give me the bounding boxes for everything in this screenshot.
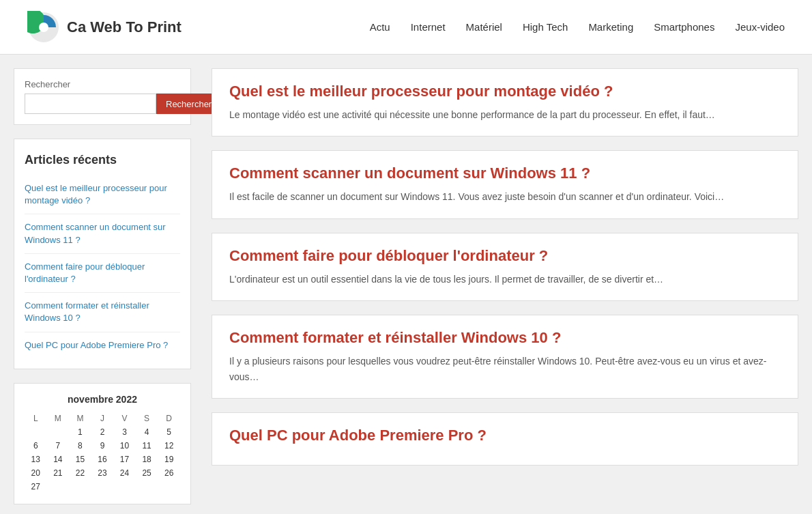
- calendar-day: [158, 480, 180, 494]
- calendar-day-header: V: [113, 412, 136, 425]
- recent-article-item: Quel PC pour Adobe Premiere Pro ?: [25, 332, 180, 358]
- recent-article-link[interactable]: Comment formater et réinstaller Windows …: [25, 300, 149, 323]
- article-title[interactable]: Quel est le meilleur processeur pour mon…: [229, 83, 781, 100]
- article-excerpt: Il est facile de scanner un document sur…: [229, 189, 781, 204]
- calendar-day: [91, 480, 114, 494]
- calendar-table: LMMJVSD 12345678910111213141516171819202…: [25, 412, 180, 494]
- search-input[interactable]: [25, 94, 156, 114]
- search-label: Rechercher: [25, 79, 180, 89]
- article-card: Quel PC pour Adobe Premiere Pro ?: [212, 412, 798, 466]
- search-row: Rechercher: [25, 94, 180, 114]
- article-excerpt: L'ordinateur est un outil essentiel dans…: [229, 272, 781, 287]
- calendar-day[interactable]: 5: [158, 425, 180, 439]
- recent-article-link[interactable]: Quel PC pour Adobe Premiere Pro ?: [25, 340, 168, 350]
- calendar-day[interactable]: 20: [25, 466, 47, 480]
- recent-articles-list: Quel est le meilleur processeur pour mon…: [25, 175, 180, 358]
- main-nav: ActuInternetMatérielHigh TechMarketingSm…: [370, 21, 785, 33]
- calendar-day: [47, 425, 70, 439]
- calendar-day[interactable]: 1: [69, 425, 91, 439]
- calendar-thead: LMMJVSD: [25, 412, 180, 425]
- article-excerpt: Il y a plusieurs raisons pour lesquelles…: [229, 354, 781, 384]
- calendar-day[interactable]: 10: [113, 439, 136, 453]
- layout: Rechercher Rechercher Articles récents Q…: [0, 55, 812, 514]
- main-content: Quel est le meilleur processeur pour mon…: [212, 68, 798, 504]
- recent-articles-section: Articles récents Quel est le meilleur pr…: [14, 139, 191, 369]
- calendar-day: [136, 480, 158, 494]
- calendar-day-header: D: [158, 412, 180, 425]
- article-card: Comment faire pour débloquer l'ordinateu…: [212, 233, 798, 301]
- calendar-day: [113, 480, 136, 494]
- calendar-day-header: L: [25, 412, 47, 425]
- logo-link[interactable]: Ca Web To Print: [27, 11, 182, 44]
- calendar-day-header: S: [136, 412, 158, 425]
- article-title[interactable]: Comment scanner un document sur Windows …: [229, 165, 781, 182]
- recent-article-item: Comment formater et réinstaller Windows …: [25, 293, 180, 332]
- calendar-day[interactable]: 7: [47, 439, 70, 453]
- calendar-day[interactable]: 9: [91, 439, 114, 453]
- nav-item-hightech[interactable]: High Tech: [523, 21, 568, 33]
- calendar-day[interactable]: 17: [113, 453, 136, 466]
- recent-article-item: Quel est le meilleur processeur pour mon…: [25, 175, 180, 214]
- calendar-day[interactable]: 6: [25, 439, 47, 453]
- calendar-day[interactable]: 12: [158, 439, 180, 453]
- articles-list: Quel est le meilleur processeur pour mon…: [212, 68, 798, 466]
- calendar-day[interactable]: 19: [158, 453, 180, 466]
- article-card: Comment formater et réinstaller Windows …: [212, 315, 798, 399]
- calendar-day: [69, 480, 91, 494]
- calendar-day: [47, 480, 70, 494]
- calendar-day[interactable]: 4: [136, 425, 158, 439]
- recent-article-link[interactable]: Comment scanner un document sur Windows …: [25, 222, 166, 244]
- calendar-day-header: M: [69, 412, 91, 425]
- nav-item-internet[interactable]: Internet: [411, 21, 446, 33]
- article-card: Quel est le meilleur processeur pour mon…: [212, 68, 798, 137]
- calendar-day: [25, 425, 47, 439]
- article-title[interactable]: Quel PC pour Adobe Premiere Pro ?: [229, 427, 781, 444]
- nav-item-marketing[interactable]: Marketing: [588, 21, 633, 33]
- article-card: Comment scanner un document sur Windows …: [212, 150, 798, 218]
- calendar-day[interactable]: 27: [25, 480, 47, 494]
- calendar-day[interactable]: 15: [69, 453, 91, 466]
- recent-article-link[interactable]: Comment faire pour débloquer l'ordinateu…: [25, 261, 145, 284]
- search-section: Rechercher Rechercher: [14, 68, 191, 125]
- calendar-day[interactable]: 2: [91, 425, 114, 439]
- calendar-day[interactable]: 13: [25, 453, 47, 466]
- calendar-day[interactable]: 18: [136, 453, 158, 466]
- article-excerpt: Le montage vidéo est une activité qui né…: [229, 107, 781, 122]
- calendar-day[interactable]: 26: [158, 466, 180, 480]
- recent-article-item: Comment faire pour débloquer l'ordinateu…: [25, 254, 180, 293]
- svg-point-1: [39, 23, 48, 32]
- nav-item-smartphones[interactable]: Smartphones: [654, 21, 714, 33]
- nav-item-materiel[interactable]: Matériel: [466, 21, 502, 33]
- header: Ca Web To Print ActuInternetMatérielHigh…: [0, 0, 812, 55]
- calendar-day-header: J: [91, 412, 114, 425]
- calendar-day-header: M: [47, 412, 70, 425]
- recent-article-link[interactable]: Quel est le meilleur processeur pour mon…: [25, 183, 167, 205]
- calendar-day[interactable]: 14: [47, 453, 70, 466]
- calendar-tbody: 1234567891011121314151617181920212223242…: [25, 425, 180, 494]
- calendar-day[interactable]: 25: [136, 466, 158, 480]
- sidebar: Rechercher Rechercher Articles récents Q…: [14, 68, 191, 504]
- calendar-title: novembre 2022: [25, 394, 180, 405]
- nav-item-actu[interactable]: Actu: [370, 21, 390, 33]
- recent-articles-title: Articles récents: [25, 153, 180, 167]
- calendar-section: novembre 2022 LMMJVSD 123456789101112131…: [14, 383, 191, 504]
- calendar-day[interactable]: 11: [136, 439, 158, 453]
- recent-article-item: Comment scanner un document sur Windows …: [25, 214, 180, 253]
- calendar-day[interactable]: 21: [47, 466, 70, 480]
- calendar-day[interactable]: 24: [113, 466, 136, 480]
- logo-icon: [27, 11, 60, 44]
- calendar-day[interactable]: 3: [113, 425, 136, 439]
- calendar-day[interactable]: 22: [69, 466, 91, 480]
- logo-text: Ca Web To Print: [67, 18, 182, 36]
- calendar-day[interactable]: 16: [91, 453, 114, 466]
- calendar-day[interactable]: 23: [91, 466, 114, 480]
- article-title[interactable]: Comment formater et réinstaller Windows …: [229, 329, 781, 347]
- nav-item-jeuxvideo[interactable]: Jeux-video: [735, 21, 785, 33]
- article-title[interactable]: Comment faire pour débloquer l'ordinateu…: [229, 247, 781, 265]
- calendar-day[interactable]: 8: [69, 439, 91, 453]
